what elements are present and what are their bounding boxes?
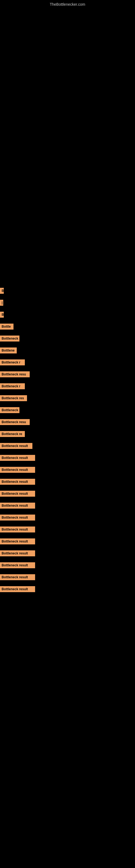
list-item: Bottleneck result bbox=[0, 476, 135, 488]
bottleneck-result-label: Bottleneck bbox=[0, 407, 19, 413]
list-item: Bottleneck result bbox=[0, 583, 135, 595]
list-item: Bottlene bbox=[0, 344, 135, 356]
list-item: Bottleneck r bbox=[0, 380, 135, 392]
list-item: Bottleneck result bbox=[0, 464, 135, 476]
bottleneck-result-label: Bottleneck result bbox=[0, 455, 35, 461]
bottleneck-result-label: Bottleneck result bbox=[0, 515, 35, 521]
list-item: Bottleneck result bbox=[0, 559, 135, 571]
bottleneck-result-label: Bottleneck result bbox=[0, 491, 35, 497]
list-item: Bottleneck result bbox=[0, 488, 135, 500]
bottleneck-result-label: Bottleneck result bbox=[0, 467, 35, 473]
bottleneck-result-label: Bottleneck re bbox=[0, 431, 25, 437]
bottleneck-result-label: Bottleneck result bbox=[0, 479, 35, 485]
bottleneck-result-label: Bottleneck result bbox=[0, 538, 35, 545]
list-item: Bottleneck result bbox=[0, 571, 135, 583]
list-item: B bbox=[0, 285, 135, 297]
list-item: Bottleneck result bbox=[0, 500, 135, 512]
list-item: Bottleneck r bbox=[0, 356, 135, 368]
bottleneck-result-label: Bottleneck r bbox=[0, 383, 25, 389]
bottleneck-result-label: B bbox=[0, 312, 4, 318]
bottleneck-result-label: Bottleneck resu bbox=[0, 371, 30, 377]
list-item: Bottleneck result bbox=[0, 524, 135, 535]
list-item: Bottleneck result bbox=[0, 512, 135, 524]
list-item: B bbox=[0, 309, 135, 321]
bottleneck-result-label: Bottleneck result bbox=[0, 503, 35, 508]
bottleneck-result-label: B bbox=[0, 288, 4, 294]
bottleneck-result-label: Bottleneck resu bbox=[0, 419, 30, 425]
bottleneck-items-list: B|BBottleBottleneckBottleneBottleneck rB… bbox=[0, 285, 135, 595]
bottleneck-result-label: Bottleneck bbox=[0, 336, 19, 341]
bottleneck-result-label: Bottleneck r bbox=[0, 360, 25, 365]
list-item: Bottleneck re bbox=[0, 428, 135, 440]
bottleneck-result-label: Bottlene bbox=[0, 347, 17, 353]
bottleneck-result-label: | bbox=[0, 300, 3, 306]
bottleneck-result-label: Bottle bbox=[0, 323, 13, 330]
list-item: Bottleneck result bbox=[0, 440, 135, 452]
bottleneck-result-label: Bottleneck result bbox=[0, 527, 35, 532]
bottleneck-result-label: Bottleneck result bbox=[0, 586, 35, 592]
list-item: Bottleneck result bbox=[0, 452, 135, 464]
list-item: Bottleneck bbox=[0, 333, 135, 344]
list-item: Bottleneck result bbox=[0, 547, 135, 559]
bottleneck-result-label: Bottleneck res bbox=[0, 395, 27, 401]
bottleneck-result-label: Bottleneck result bbox=[0, 562, 35, 568]
list-item: | bbox=[0, 297, 135, 309]
bottleneck-result-label: Bottleneck result bbox=[0, 550, 35, 556]
list-item: Bottleneck result bbox=[0, 535, 135, 547]
bottleneck-result-label: Bottleneck result bbox=[0, 443, 32, 449]
list-item: Bottleneck resu bbox=[0, 368, 135, 380]
bottleneck-result-label: Bottleneck result bbox=[0, 574, 35, 580]
site-title: TheBottlenecker.com bbox=[0, 0, 135, 9]
list-item: Bottleneck resu bbox=[0, 416, 135, 428]
list-item: Bottleneck res bbox=[0, 392, 135, 404]
list-item: Bottleneck bbox=[0, 404, 135, 416]
list-item: Bottle bbox=[0, 321, 135, 333]
